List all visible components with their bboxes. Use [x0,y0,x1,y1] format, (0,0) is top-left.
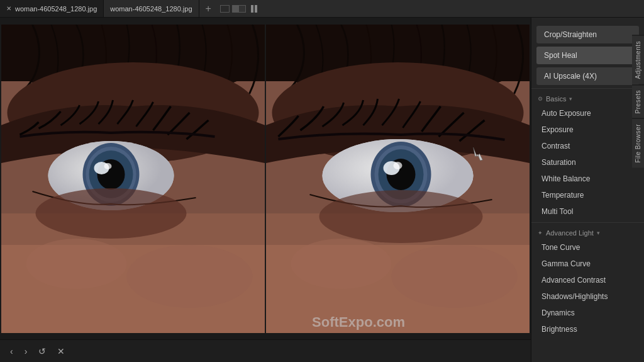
svg-point-32 [392,245,518,308]
ai-upscale-button[interactable]: AI Upscale (4X) [536,67,639,85]
image-panel-right [266,25,530,333]
shadows-highlights-item[interactable]: Shadows/Highlights [531,288,644,305]
advanced-light-label: Advanced Light [546,229,594,237]
basics-arrow: ▾ [569,96,572,102]
dynamics-item[interactable]: Dynamics [531,305,644,321]
view-split-btn[interactable] [232,5,246,13]
white-balance-item[interactable]: White Balance [531,171,644,187]
tab-1[interactable]: ✕ woman-4605248_1280.jpg [0,0,104,17]
auto-exposure-item[interactable]: Auto Exposure [531,105,644,122]
svg-point-31 [291,239,392,289]
reset-button[interactable]: ↺ [36,345,48,358]
tone-curve-item[interactable]: Tone Curve [531,239,644,256]
svg-point-11 [104,163,112,169]
adjustments-tab[interactable]: Adjustments [632,35,644,84]
svg-point-14 [26,239,127,289]
close-button[interactable]: ✕ [55,345,67,358]
eye-image-left [1,25,265,333]
basics-icon: ⚙ [538,96,543,102]
multi-tool-item[interactable]: Multi Tool [531,203,644,220]
advanced-light-section-header[interactable]: ✦ Advanced Light ▾ [531,225,644,239]
split-view [1,25,530,333]
tab-2[interactable]: woman-4605248_1280.jpg [104,0,199,17]
file-browser-tab[interactable]: File Browser [632,118,644,168]
basics-section-header[interactable]: ⚙ Basics ▾ [531,91,644,105]
side-tabs: Adjustments Presets File Browser [632,35,644,168]
forward-button[interactable]: › [22,345,30,358]
image-container [0,18,531,339]
saturation-item[interactable]: Saturation [531,154,644,171]
view-single-btn[interactable] [220,5,230,13]
canvas-area: SoftExpo.com ‹ › ↺ ✕ [0,18,531,362]
svg-point-33 [319,190,483,243]
divider-2 [531,222,644,223]
back-button[interactable]: ‹ [8,345,16,358]
add-tab-button[interactable]: + [199,0,218,17]
pause-btn[interactable] [251,5,257,13]
tab-1-close[interactable]: ✕ [6,5,11,12]
bottom-toolbar: ‹ › ↺ ✕ [0,339,531,362]
crop-straighten-button[interactable]: Crop/Straighten [536,26,639,43]
svg-point-16 [36,188,187,239]
temperature-item[interactable]: Temperature [531,187,644,203]
tab-1-label: woman-4605248_1280.jpg [15,5,97,13]
gamma-curve-item[interactable]: Gamma Curve [531,256,644,272]
presets-tab[interactable]: Presets [632,84,644,118]
right-panel: Crop/Straighten Spot Heal AI Upscale (4X… [531,18,644,362]
main-area: SoftExpo.com ‹ › ↺ ✕ Crop/Straighten Spo… [0,18,644,362]
divider-1 [531,88,644,89]
basics-label: Basics [546,95,566,103]
exposure-item[interactable]: Exposure [531,122,644,138]
contrast-item[interactable]: Contrast [531,138,644,154]
view-controls [220,5,257,13]
advanced-contrast-item[interactable]: Advanced Contrast [531,272,644,288]
brightness-item[interactable]: Brightness [531,321,644,337]
spot-heal-button[interactable]: Spot Heal [536,47,639,64]
svg-point-15 [127,245,253,308]
tab-2-label: woman-4605248_1280.jpg [110,5,192,13]
panel-content[interactable]: Crop/Straighten Spot Heal AI Upscale (4X… [531,18,644,362]
eye-image-right [266,25,530,333]
svg-point-28 [394,162,402,169]
tab-bar: ✕ woman-4605248_1280.jpg woman-4605248_1… [0,0,644,18]
advanced-light-arrow: ▾ [597,230,600,236]
advanced-light-icon: ✦ [538,230,543,236]
image-panel-left [1,25,265,333]
